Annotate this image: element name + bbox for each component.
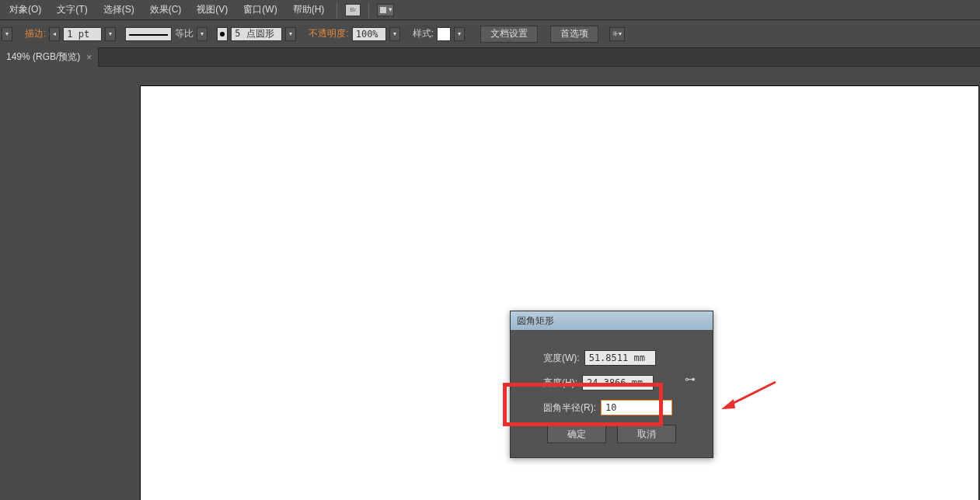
document-tab[interactable]: 149% (RGB/预览) × <box>0 47 99 67</box>
style-dropdown[interactable]: ▾ <box>454 27 465 41</box>
height-input[interactable] <box>582 375 654 391</box>
radius-row: 圆角半径(R): <box>525 400 699 415</box>
brush-preset-dropdown[interactable]: ▾ <box>285 27 296 41</box>
radius-label: 圆角半径(R): <box>543 401 596 415</box>
height-label: 高度(H): <box>543 377 577 390</box>
ratio-label: 等比 <box>175 27 194 40</box>
document-tab-bar: 149% (RGB/预览) × <box>0 48 980 67</box>
divider <box>368 2 369 18</box>
stroke-weight-input[interactable]: 1 pt <box>63 27 102 41</box>
menu-effect[interactable]: 效果(C) <box>142 0 190 19</box>
menu-view[interactable]: 视图(V) <box>189 0 235 19</box>
rounded-rectangle-dialog: 圆角矩形 宽度(W): 高度(H): ⊶ 圆角半径(R): 确定 取消 <box>510 311 713 458</box>
constrain-proportions-icon[interactable]: ⊶ <box>685 373 696 385</box>
dialog-title: 圆角矩形 <box>511 311 713 330</box>
width-input[interactable] <box>584 350 656 366</box>
opacity-label: 不透明度: <box>309 27 348 40</box>
ok-button[interactable]: 确定 <box>547 425 606 443</box>
bridge-icon[interactable]: Br <box>345 4 361 16</box>
width-row: 宽度(W): <box>525 350 699 366</box>
radius-input[interactable] <box>601 400 672 415</box>
stroke-profile-dropdown[interactable]: ▾ <box>197 27 208 41</box>
menu-text[interactable]: 文字(T) <box>49 0 95 19</box>
cancel-button[interactable]: 取消 <box>617 425 676 443</box>
menu-object[interactable]: 对象(O) <box>2 0 49 19</box>
height-row: 高度(H): <box>525 375 699 391</box>
opacity-dropdown[interactable]: ▾ <box>389 27 400 41</box>
brush-dot-icon <box>217 27 228 41</box>
style-label: 样式: <box>413 27 434 40</box>
opacity-input[interactable]: 100% <box>352 27 386 41</box>
menu-window[interactable]: 窗口(W) <box>235 0 284 19</box>
tab-label: 149% (RGB/预览) <box>6 50 80 64</box>
menu-select[interactable]: 选择(S) <box>96 0 142 19</box>
width-label: 宽度(W): <box>543 352 580 365</box>
control-toolbar: ▾ 描边: ◂ 1 pt ▾ 等比 ▾ 5 点圆形 ▾ 不透明度: 100% ▾… <box>0 20 980 48</box>
object-type-dropdown[interactable]: ▾ <box>2 27 12 41</box>
doc-setup-button[interactable]: 文档设置 <box>480 26 538 43</box>
tab-close-icon[interactable]: × <box>86 52 92 63</box>
canvas-area <box>0 67 980 500</box>
menubar: 对象(O) 文字(T) 选择(S) 效果(C) 视图(V) 窗口(W) 帮助(H… <box>0 0 980 20</box>
brush-preset-input[interactable]: 5 点圆形 <box>231 27 282 41</box>
stroke-weight-dropdown[interactable]: ▾ <box>105 27 116 41</box>
align-icon[interactable]: ⊪▾ <box>609 27 625 41</box>
arrange-docs-icon[interactable] <box>377 4 394 16</box>
prefs-button[interactable]: 首选项 <box>550 26 598 43</box>
stroke-label: 描边: <box>25 27 46 40</box>
divider <box>337 2 337 18</box>
stroke-stepper[interactable]: ◂ <box>49 27 60 41</box>
menu-help[interactable]: 帮助(H) <box>285 0 333 19</box>
style-swatch[interactable] <box>437 27 451 41</box>
stroke-profile[interactable] <box>125 27 172 41</box>
